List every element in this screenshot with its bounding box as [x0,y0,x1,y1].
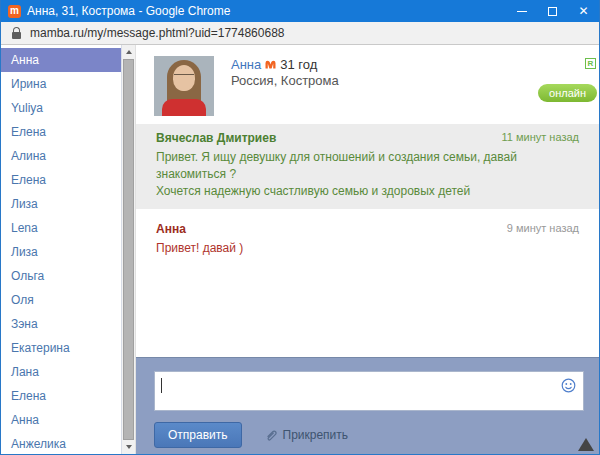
lock-icon[interactable] [12,27,21,39]
sidebar-contact[interactable]: Ольга [1,264,121,288]
message-incoming: Вячеслав Дмитриев 11 минут назад Привет.… [136,124,599,209]
scroll-down-icon [126,445,132,449]
message-text-line: Хочется надежную счастливую семью и здор… [156,183,579,200]
address-bar[interactable]: mamba.ru/my/message.phtml?uid=1774860688 [1,22,599,45]
sidebar-contact[interactable]: Анжелика [1,432,121,454]
profile-age: 31 год [280,57,317,72]
scroll-down-button[interactable] [122,440,136,454]
close-icon: ✕ [578,4,588,18]
profile-name-link[interactable]: Анна [231,57,261,72]
sidebar-contact[interactable]: Лиза [1,192,121,216]
maximize-icon [548,7,557,16]
mamba-favicon-icon: m [8,5,21,18]
sidebar-scrollbar[interactable] [122,45,136,454]
message-text-line: Привет! давай ) [156,240,579,257]
send-button[interactable]: Отправить [154,422,242,448]
mamba-logo-icon [265,60,276,69]
minimize-button[interactable] [506,0,537,22]
message-history: Вячеслав Дмитриев 11 минут назад Привет.… [136,124,599,357]
maximize-button[interactable] [537,0,568,22]
profile-photo[interactable] [154,56,214,116]
scroll-up-button[interactable] [122,45,136,59]
sidebar-contact[interactable]: Зэна [1,312,121,336]
message-sender-link[interactable]: Анна [156,222,186,236]
sidebar-contact[interactable]: Yuliya [1,96,121,120]
title-bar: m Анна, 31, Кострома - Google Chrome ✕ [1,0,599,22]
composer-panel: Отправить Прикрепить [136,357,599,454]
profile-header: Анна 31 год Россия, Кострома R онлайн [136,45,599,124]
message-timestamp: 11 минут назад [502,131,580,145]
sidebar-contact[interactable]: Елена [1,168,121,192]
sidebar-contact[interactable]: Елена [1,120,121,144]
message-outgoing: Анна 9 минут назад Привет! давай ) [136,215,599,266]
contact-list: АннаИринаYuliyaЕленаАлинаЕленаЛизаLenaЛи… [1,45,122,454]
r-badge: R [585,58,596,69]
window-title: Анна, 31, Кострома - Google Chrome [27,4,506,18]
sidebar-contact[interactable]: Анна [1,48,121,72]
message-input[interactable] [154,371,584,411]
sidebar-contact[interactable]: Оля [1,288,121,312]
message-timestamp: 9 минут назад [507,222,579,236]
sidebar-contact[interactable]: Елена [1,384,121,408]
smiley-icon [561,378,576,393]
profile-location: Россия, Кострома [231,73,339,88]
attach-button[interactable]: Прикрепить [264,428,349,442]
message-text-line: Привет. Я ищу девушку для отношений и со… [156,149,579,183]
minimize-icon [517,11,527,12]
sidebar-contact[interactable]: Алина [1,144,121,168]
sidebar-contact[interactable]: Ирина [1,72,121,96]
close-button[interactable]: ✕ [568,0,599,22]
attach-label: Прикрепить [283,428,349,442]
online-status-badge: онлайн [538,84,597,102]
scrollbar-thumb[interactable] [123,59,134,440]
sidebar-contact[interactable]: Екатерина [1,336,121,360]
corner-warning-icon [578,438,594,451]
text-caret [161,378,162,393]
url-text[interactable]: mamba.ru/my/message.phtml?uid=1774860688 [30,26,284,40]
sidebar-contact[interactable]: Лиза [1,240,121,264]
emoji-button[interactable] [561,378,576,393]
browser-window: m Анна, 31, Кострома - Google Chrome ✕ m… [0,0,600,455]
sidebar-contact[interactable]: Анна [1,408,121,432]
scroll-up-icon [126,50,132,54]
sidebar-contact[interactable]: Лана [1,360,121,384]
paperclip-icon [264,428,278,442]
message-sender-link[interactable]: Вячеслав Дмитриев [156,131,276,145]
sidebar-contact[interactable]: Lena [1,216,121,240]
